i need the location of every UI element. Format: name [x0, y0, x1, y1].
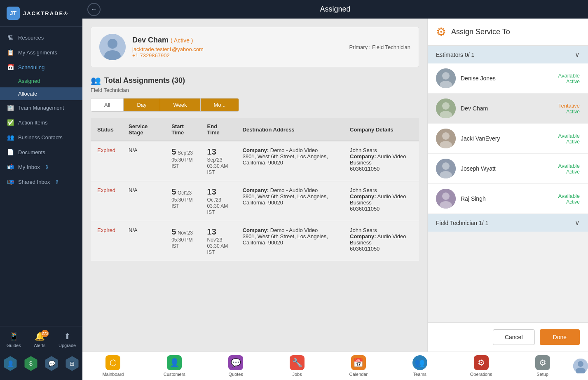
col-end-time: End Time	[201, 118, 236, 141]
hex-chat-icon[interactable]: 💬	[44, 356, 59, 371]
nav-calendar[interactable]: 📅 Calendar	[328, 355, 389, 377]
content-wrapper: Dev Cham ( Active ) jacktrade.tester1@ya…	[82, 19, 588, 352]
assignee-status-raj-singh: Available Active	[558, 193, 580, 205]
jobs-icon: 🔧	[290, 355, 305, 370]
tab-month[interactable]: Mo...	[201, 99, 239, 111]
back-button[interactable]: ←	[87, 3, 101, 16]
profile-name-area: Dev Cham ( Active )	[132, 36, 342, 45]
assignee-status-joseph-wyatt: Available Active	[558, 163, 580, 175]
nav-jobs[interactable]: 🔧 Jobs	[267, 355, 328, 377]
upgrade-label: Upgrade	[59, 343, 76, 348]
sidebar-item-assigned[interactable]: Assigned	[0, 75, 82, 87]
profile-card: Dev Cham ( Active ) jacktrade.tester1@ya…	[91, 27, 419, 67]
cell-dest-2: Company: Demo - Audio Video 3901, West 6…	[236, 221, 343, 261]
bottom-nav: ⬡ Mainboard 👤 Customers 💬 Quotes 🔧 Jobs …	[82, 352, 588, 380]
alerts-button[interactable]: 🔔 273 Alerts	[34, 331, 45, 348]
nav-customers[interactable]: 👤 Customers	[144, 355, 205, 377]
page-title: Assigned	[320, 5, 350, 14]
field-technician-section-header[interactable]: Field Technician 1/ 1 ∨	[428, 214, 588, 232]
jobs-label: Jobs	[292, 372, 302, 377]
sidebar-item-allocate[interactable]: Allocate	[0, 87, 82, 100]
profile-name: Dev Cham	[132, 36, 169, 44]
assignee-item-jacki-vanevery[interactable]: Jacki VanEvery Available Active	[428, 124, 588, 154]
sidebar-item-team-management[interactable]: 🏢 Team Management	[0, 100, 82, 115]
sidebar-item-documents[interactable]: 📄 Documents	[0, 145, 82, 160]
sidebar-item-team-management-label: Team Management	[18, 105, 64, 111]
cell-end-1: 13 Oct'23 03:30 AM IST	[201, 181, 236, 221]
panel-gear-icon: ⚙	[436, 25, 446, 39]
sidebar-item-scheduling[interactable]: 📅 Scheduling	[0, 60, 82, 75]
primary-label: Primary :	[349, 44, 370, 50]
nav-teams[interactable]: 👥 Teams	[389, 355, 450, 377]
logo-icon: JT	[7, 7, 20, 20]
done-button[interactable]: Done	[540, 329, 580, 345]
user-avatar[interactable]	[573, 359, 588, 373]
operations-icon: ⚙	[474, 355, 489, 370]
hex-dollar-icon[interactable]: $	[23, 356, 38, 371]
top-bar: ← Assigned	[82, 0, 588, 19]
sidebar-item-business-contacts[interactable]: 👥 Business Contacts	[0, 130, 82, 145]
svg-point-1	[108, 39, 117, 49]
alerts-badge: 273	[41, 330, 49, 337]
field-tech-chevron-icon: ∨	[575, 219, 580, 227]
assignments-group-icon: 👥	[91, 75, 101, 85]
assignee-avatar-jacki-vanevery	[436, 129, 456, 148]
assignee-item-dev-cham[interactable]: Dev Cham Tentative Active	[428, 94, 588, 124]
panel-header: ⚙ Assign Service To	[428, 19, 588, 46]
nav-quotes[interactable]: 💬 Quotes	[205, 355, 267, 377]
assignee-item-raj-singh[interactable]: Raj Singh Available Active	[428, 184, 588, 214]
panel-title: Assign Service To	[451, 28, 510, 36]
estimators-label: Estimators 0/ 1	[436, 52, 474, 58]
assignee-item-denise-jones[interactable]: Denise Jones Available Active	[428, 63, 588, 94]
table-row: Expired N/A 5 Sep'23 05:30 PM IST 13 Sep…	[91, 141, 419, 181]
estimators-section-header[interactable]: Estimators 0/ 1 ∨	[428, 46, 588, 63]
tab-bar: All Day Week Mo...	[91, 98, 239, 112]
scheduling-icon: 📅	[7, 64, 14, 70]
field-technician-label: Field Technician 1/ 1	[436, 220, 488, 226]
sidebar-item-action-items[interactable]: ✅ Action Items	[0, 115, 82, 130]
tab-week[interactable]: Week	[160, 99, 201, 111]
assignee-name-dev-cham: Dev Cham	[461, 105, 553, 112]
cell-stage-1: N/A	[122, 181, 165, 221]
sidebar-item-action-items-label: Action Items	[18, 120, 48, 126]
estimators-list: Denise Jones Available Active Dev Cham T…	[428, 63, 588, 214]
my-inbox-icon: 📬	[7, 164, 14, 170]
profile-phone: +1 7329867902	[132, 52, 342, 59]
cancel-button[interactable]: Cancel	[493, 329, 535, 345]
logo-text: JACKTRADE®	[23, 10, 68, 16]
setup-icon: ⚙	[535, 355, 550, 370]
tab-day[interactable]: Day	[124, 99, 160, 111]
assignee-name-denise-jones: Denise Jones	[461, 75, 553, 82]
hex-user-icon[interactable]: 👤	[3, 356, 18, 371]
assignee-item-joseph-wyatt[interactable]: Joseph Wyatt Available Active	[428, 154, 588, 184]
hex-grid-icon[interactable]: ⊞	[65, 356, 80, 371]
nav-operations[interactable]: ⚙ Operations	[450, 355, 512, 377]
nav-mainboard[interactable]: ⬡ Mainboard	[82, 355, 144, 377]
assignments-title: Total Assignments (30)	[104, 76, 185, 85]
main-area: ← Assigned Dev Cham ( Active )	[82, 0, 588, 380]
quotes-icon: 💬	[228, 355, 243, 370]
assignee-status-dev-cham: Tentative Active	[558, 103, 580, 115]
guides-button[interactable]: 📱 Guides	[7, 331, 21, 348]
profile-info: Dev Cham ( Active ) jacktrade.tester1@ya…	[132, 36, 342, 59]
sidebar-item-resources[interactable]: 🏗 Resources	[0, 30, 82, 45]
sidebar-item-shared-inbox[interactable]: 📭 Shared Inbox β	[0, 174, 82, 189]
estimators-chevron-icon: ∨	[575, 51, 580, 59]
sidebar-item-shared-inbox-label: Shared Inbox	[18, 179, 50, 185]
assignments-header: 👥 Total Assignments (30)	[91, 75, 419, 85]
sidebar-item-my-assignments[interactable]: 📋 My Assignments	[0, 45, 82, 60]
assignee-name-jacki-vanevery: Jacki VanEvery	[461, 135, 553, 142]
guides-label: Guides	[7, 343, 21, 348]
upgrade-button[interactable]: ⬆ Upgrade	[59, 331, 76, 348]
sidebar-item-my-assignments-label: My Assignments	[18, 49, 57, 56]
sidebar: JT JACKTRADE® 🏗 Resources 📋 My Assignmen…	[0, 0, 82, 380]
contacts-icon: 👥	[7, 134, 14, 141]
nav-setup[interactable]: ⚙ Setup	[512, 355, 573, 377]
cell-status-0: Expired	[91, 141, 122, 181]
sidebar-item-my-inbox[interactable]: 📬 My Inbox β	[0, 160, 82, 174]
assignments-icon: 📋	[7, 49, 14, 56]
assignee-status-denise-jones: Available Active	[558, 73, 580, 84]
svg-point-7	[442, 102, 450, 110]
tab-all[interactable]: All	[91, 99, 124, 111]
avatar	[99, 34, 126, 60]
